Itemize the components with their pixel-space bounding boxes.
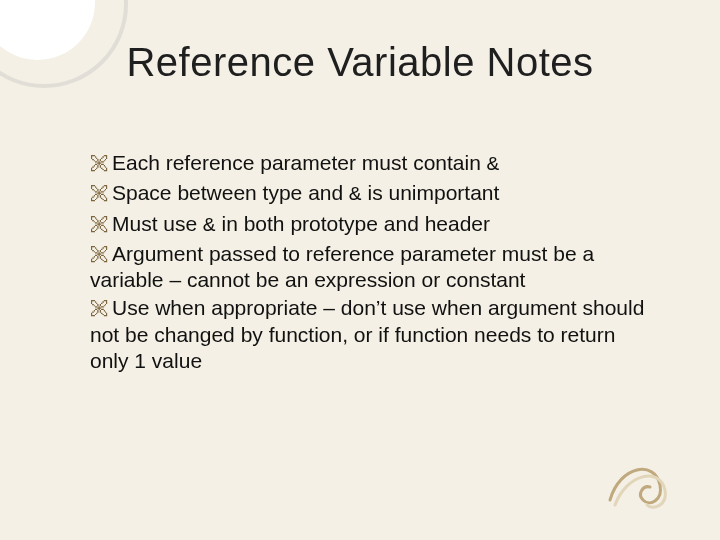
bullet-icon: 🙨 [90,243,110,265]
bullet-icon: 🙨 [90,152,110,174]
bullet-icon: 🙨 [90,213,110,235]
bullet-text-post: in both prototype and header [216,212,490,235]
bullet-icon: 🙨 [90,182,110,204]
bullet-text-pre: Each reference parameter must contain [112,151,487,174]
swirl-icon [605,445,695,515]
bullet-text-pre: Use when appropriate – don’t use when ar… [90,296,644,372]
slide-title: Reference Variable Notes [0,40,720,85]
bullet-code: & [349,183,362,206]
list-item: 🙨Space between type and & is unimportant [90,180,650,208]
list-item: 🙨Must use & in both prototype and header [90,211,650,239]
bullet-text-pre: Space between type and [112,181,349,204]
bullet-text-post: is unimportant [362,181,500,204]
bullet-text-pre: Argument passed to reference parameter m… [90,242,594,291]
bullet-text-pre: Must use [112,212,203,235]
bullet-list: 🙨Each reference parameter must contain &… [90,150,650,376]
bullet-icon: 🙨 [90,297,110,319]
bullet-code: & [203,214,216,237]
list-item: 🙨Use when appropriate – don’t use when a… [90,295,650,374]
list-item: 🙨Argument passed to reference parameter … [90,241,650,294]
bullet-code: & [487,153,500,176]
list-item: 🙨Each reference parameter must contain & [90,150,650,178]
